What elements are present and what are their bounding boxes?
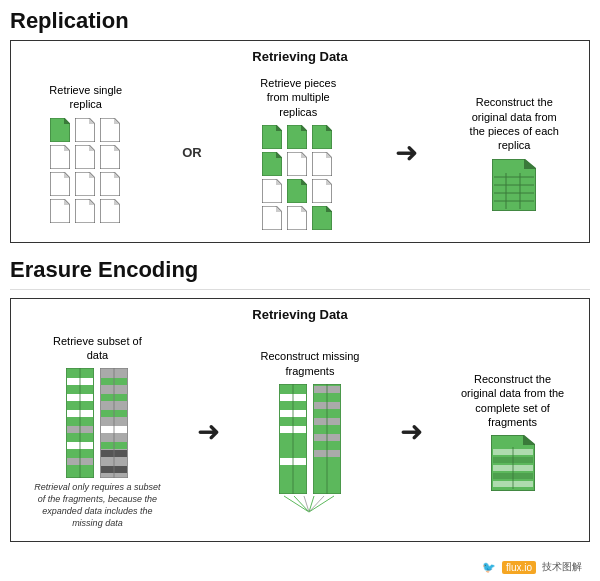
doc-white-2 — [100, 118, 120, 142]
svg-marker-31 — [276, 152, 282, 158]
multi-doc-g2 — [287, 125, 307, 149]
rep-col2-label: Retrieve pieces from multiple replicas — [253, 76, 343, 119]
erasure-divider — [10, 289, 590, 290]
multi-doc-w2 — [312, 152, 332, 176]
reconstructed-doc — [492, 159, 536, 211]
erasure-title: Erasure Encoding — [10, 257, 590, 283]
erasure-frag-pair2 — [279, 384, 341, 494]
svg-marker-27 — [301, 125, 307, 131]
convergence-lines — [279, 494, 341, 514]
multi-doc-w4 — [312, 179, 332, 203]
retrieval-note: Retrieval only requires a subset of the … — [32, 482, 162, 529]
doc-white-5 — [100, 145, 120, 169]
svg-marker-3 — [89, 118, 95, 124]
svg-marker-41 — [326, 179, 332, 185]
multi-doc-w3 — [262, 179, 282, 203]
svg-marker-33 — [301, 152, 307, 158]
or-label: OR — [182, 145, 202, 160]
rep-col-single: Retrieve single replica — [41, 83, 131, 223]
rep-col-multiple: Retrieve pieces from multiple replicas — [253, 76, 343, 230]
doc-white-11 — [100, 199, 120, 223]
erasure-subtitle: Retrieving Data — [19, 307, 581, 322]
flux-logo: flux.io — [502, 561, 536, 574]
svg-marker-37 — [276, 179, 282, 185]
doc-grid-single — [50, 118, 122, 223]
svg-marker-35 — [326, 152, 332, 158]
erasure-box: Retrieving Data Retrieve subset of data — [10, 298, 590, 542]
rep-col3-label: Reconstruct the original data from the p… — [469, 95, 559, 152]
multi-doc-w6 — [287, 206, 307, 230]
erasure-col2-label: Reconstruct missing fragments — [255, 349, 365, 378]
credit-text: 技术图解 — [542, 560, 582, 574]
rep-col1-label: Retrieve single replica — [41, 83, 131, 112]
svg-marker-29 — [326, 125, 332, 131]
doc-white-9 — [50, 199, 70, 223]
erasure-reconstructed-doc — [491, 435, 535, 491]
svg-marker-39 — [301, 179, 307, 185]
erasure-frag-col1a — [66, 368, 94, 478]
replication-arrow: ➜ — [395, 136, 418, 169]
erasure-frag-col2a — [279, 384, 307, 494]
svg-marker-43 — [276, 206, 282, 212]
multi-doc-w5 — [262, 206, 282, 230]
erasure-col3-label: Reconstruct the original data from the c… — [458, 372, 568, 429]
replication-content: Retrieve single replica — [19, 72, 581, 234]
doc-white-10 — [75, 199, 95, 223]
replication-box: Retrieving Data Retrieve single replica — [10, 40, 590, 243]
doc-green-1 — [50, 118, 70, 142]
svg-marker-45 — [301, 206, 307, 212]
multi-doc-g6 — [312, 206, 332, 230]
erasure-col2: Reconstruct missing fragments — [255, 349, 365, 514]
erasure-col1: Retrieve subset of data — [32, 334, 162, 529]
svg-marker-47 — [326, 206, 332, 212]
multi-doc-g4 — [262, 152, 282, 176]
multi-doc-w1 — [287, 152, 307, 176]
doc-white-8 — [100, 172, 120, 196]
footer-bar: 🐦 flux.io 技术图解 — [10, 556, 590, 578]
multi-doc-g5 — [287, 179, 307, 203]
doc-white-7 — [75, 172, 95, 196]
doc-white-3 — [50, 145, 70, 169]
replication-title: Replication — [10, 8, 590, 34]
main-container: Replication Retrieving Data Retrieve sin… — [0, 0, 600, 581]
erasure-col1-label: Retrieve subset of data — [42, 334, 152, 363]
svg-marker-5 — [114, 118, 120, 124]
doc-white-1 — [75, 118, 95, 142]
erasure-arrow1: ➜ — [197, 415, 220, 448]
multi-doc-g3 — [312, 125, 332, 149]
doc-white-4 — [75, 145, 95, 169]
erasure-frag-col2b — [313, 384, 341, 494]
rep-col-reconstruct: Reconstruct the original data from the p… — [469, 95, 559, 210]
svg-marker-25 — [276, 125, 282, 131]
svg-marker-1 — [64, 118, 70, 124]
erasure-content: Retrieve subset of data — [19, 330, 581, 533]
twitter-icon: 🐦 — [482, 561, 496, 574]
erasure-frag-col1b — [100, 368, 128, 478]
replication-subtitle: Retrieving Data — [19, 49, 581, 64]
erasure-frag-pair1 — [66, 368, 128, 478]
erasure-col3: Reconstruct the original data from the c… — [458, 372, 568, 491]
multi-doc-g1 — [262, 125, 282, 149]
doc-grid-multiple — [262, 125, 334, 230]
doc-white-6 — [50, 172, 70, 196]
erasure-arrow2: ➜ — [400, 415, 423, 448]
